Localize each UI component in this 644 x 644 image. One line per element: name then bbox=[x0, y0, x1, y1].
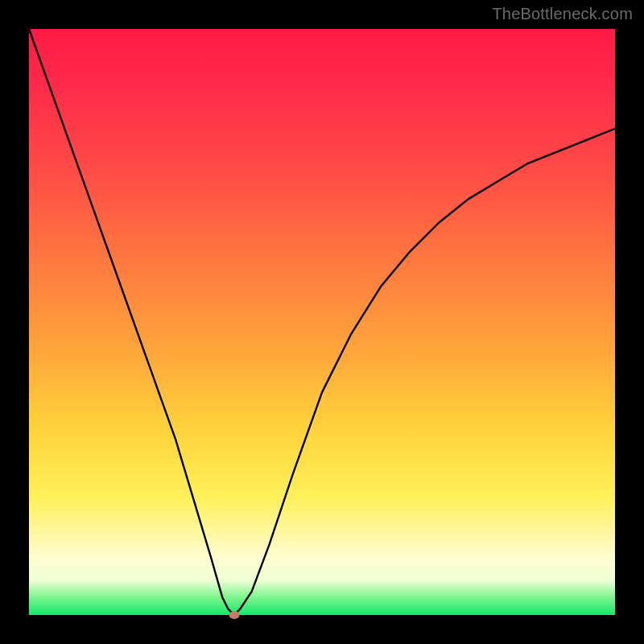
bottleneck-curve bbox=[29, 29, 615, 615]
watermark-text: TheBottleneck.com bbox=[492, 5, 633, 23]
chart-frame: TheBottleneck.com bbox=[0, 0, 644, 644]
minimum-marker bbox=[229, 611, 239, 619]
plot-area bbox=[29, 29, 615, 615]
